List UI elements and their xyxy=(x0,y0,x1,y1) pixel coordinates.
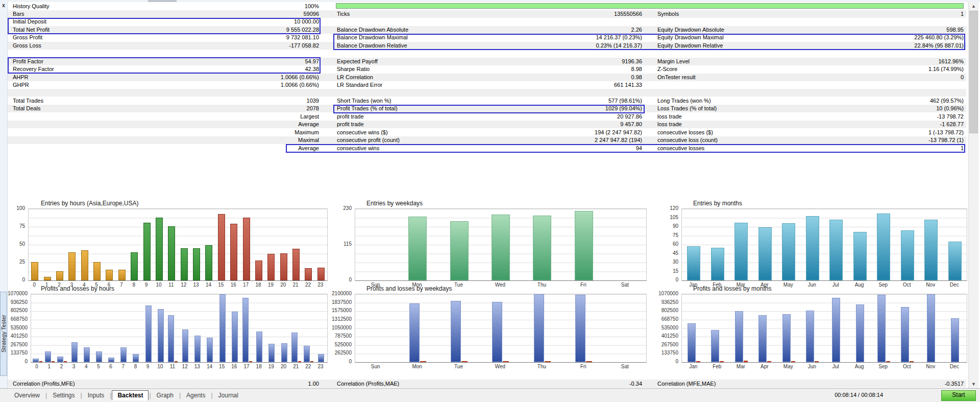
y-axis-label: 25 xyxy=(19,259,25,265)
stat-value: 1039 xyxy=(156,98,319,104)
x-axis-label: Oct xyxy=(895,364,919,369)
stat-label: Z-Score xyxy=(657,66,677,72)
x-axis-label: Jun xyxy=(800,364,824,369)
correlation-label: Correlation (MFE,MAE) xyxy=(657,381,716,387)
chart-bar xyxy=(782,223,795,280)
y-axis-label: 2100000 xyxy=(332,291,352,296)
stat-value: 9 555 022.28 xyxy=(156,27,319,33)
chart-bar xyxy=(242,298,249,362)
chart-slot xyxy=(216,294,229,362)
stat-value: 100% xyxy=(156,3,319,9)
vertical-scrollbar[interactable]: ▲ ▼ xyxy=(968,2,978,388)
tab-agents[interactable]: Agents xyxy=(181,391,210,400)
chart-bar xyxy=(901,307,909,362)
x-axis-label: Apr xyxy=(753,364,777,369)
y-axis-label: 1050000 xyxy=(332,325,352,330)
chart-bar xyxy=(758,227,772,280)
chart-plot xyxy=(355,208,647,281)
chart-bars xyxy=(355,294,646,362)
chart-slot xyxy=(943,209,967,280)
chart-title: Profits and losses by hours xyxy=(41,285,114,292)
stat-value: 2 247 947.82 (194) xyxy=(479,137,642,143)
stat-value: 1029 (99.04%) xyxy=(479,105,642,111)
x-axis-label: 7 xyxy=(115,282,128,288)
scroll-up-icon[interactable]: ▲ xyxy=(969,2,978,10)
chart-bar xyxy=(232,312,238,362)
stat-label: Balance Drawdown Absolute xyxy=(337,27,408,33)
chart-loss-bar xyxy=(461,361,468,362)
chart-loss-bar xyxy=(298,361,301,362)
tab-graph[interactable]: Graph xyxy=(152,391,179,400)
chart-slot xyxy=(278,209,290,280)
chart-slot xyxy=(117,294,130,362)
chart-slot xyxy=(153,209,165,280)
scroll-down-icon[interactable]: ▼ xyxy=(969,380,978,388)
x-axis-label: Sep xyxy=(871,364,895,369)
stat-label: LR Standard Error xyxy=(337,82,382,88)
stat-label: OnTester result xyxy=(657,74,696,80)
chart-bar xyxy=(33,359,39,362)
chart-slot xyxy=(777,294,801,362)
stat-label: Symbols xyxy=(657,11,679,17)
chart-x-labels: 01234567891011121314151617181920212223 xyxy=(31,364,327,369)
stats-row: Profit Factor54.97Expected Payoff9196.36… xyxy=(8,58,966,65)
tab-journal[interactable]: Journal xyxy=(213,391,243,400)
tab-overview[interactable]: Overview xyxy=(9,391,45,400)
chart-loss-bar xyxy=(791,361,795,362)
close-icon[interactable]: x xyxy=(1,3,7,9)
chart-slot xyxy=(290,294,303,362)
chart-slot xyxy=(824,209,848,280)
splitter-grip[interactable] xyxy=(148,0,177,2)
chart-bar xyxy=(829,220,843,280)
stat-label: consecutive loss (count) xyxy=(657,137,718,143)
stats-row: Total Net Profit9 555 022.28Balance Draw… xyxy=(8,26,966,34)
chart-loss-bar xyxy=(249,361,252,362)
chart-bar xyxy=(68,252,76,280)
bottom-bar: Overview|Settings|Inputs|Backtest|Graph|… xyxy=(0,388,980,402)
stat-label: Total Trades xyxy=(13,98,43,104)
stat-value: 22.84% (95 887.01) xyxy=(800,42,964,49)
x-axis-label: Wed xyxy=(479,282,521,288)
chart-slot xyxy=(315,209,327,280)
y-axis-label: 668750 xyxy=(662,316,678,322)
tab-inputs[interactable]: Inputs xyxy=(83,391,110,400)
chart-slot xyxy=(91,209,103,280)
chart-bar xyxy=(120,347,127,362)
stat-label: Profit Trades (% of total) xyxy=(337,105,398,111)
chart-slot xyxy=(729,294,753,362)
chart-bar xyxy=(877,295,886,362)
chart-bar xyxy=(806,311,814,362)
chart-slot xyxy=(848,294,872,362)
stat-value: 14 216.37 (0.23%) xyxy=(479,34,642,40)
chart-slot xyxy=(203,209,215,280)
tab-settings[interactable]: Settings xyxy=(47,391,80,400)
stat-value: 10 (0.96%) xyxy=(800,105,964,111)
tab-backtest[interactable]: Backtest xyxy=(112,390,149,400)
chart-slot xyxy=(706,294,730,362)
stat-value: -13 798.72 (1) xyxy=(800,137,964,143)
stat-value: 20 927.86 xyxy=(479,113,642,120)
x-axis-label: 12 xyxy=(179,364,191,369)
x-axis-label: 8 xyxy=(129,364,141,369)
x-axis-label: Feb xyxy=(705,364,729,369)
stat-value: 1.0066 (0.66%) xyxy=(156,74,319,80)
x-axis-label: 22 xyxy=(302,282,314,288)
y-axis-label: 0 xyxy=(22,277,25,282)
chart-slot xyxy=(397,209,438,280)
stat-value: 54.97 xyxy=(156,58,319,64)
chart-slot xyxy=(801,294,825,362)
scrollbar-thumb[interactable] xyxy=(969,11,978,133)
stats-row: Largestprofit trade20 927.86loss trade-1… xyxy=(8,113,966,121)
chart-bar xyxy=(409,303,420,362)
start-button[interactable]: Start xyxy=(941,390,976,401)
chart-bar xyxy=(735,311,743,362)
chart-bar xyxy=(81,250,88,280)
stat-label: LR Correlation xyxy=(337,74,373,80)
chart-bar xyxy=(832,298,840,362)
tab-bar: Overview|Settings|Inputs|Backtest|Graph|… xyxy=(9,390,243,400)
chart-bar xyxy=(268,344,275,362)
chart-slot xyxy=(167,294,179,362)
elapsed-time: 00:08:14 / 00:08:14 xyxy=(835,392,883,398)
chart-title: Entries by weekdays xyxy=(366,200,423,207)
stats-row: GHPR1.0066 (0.66%)LR Standard Error661 1… xyxy=(8,81,966,89)
